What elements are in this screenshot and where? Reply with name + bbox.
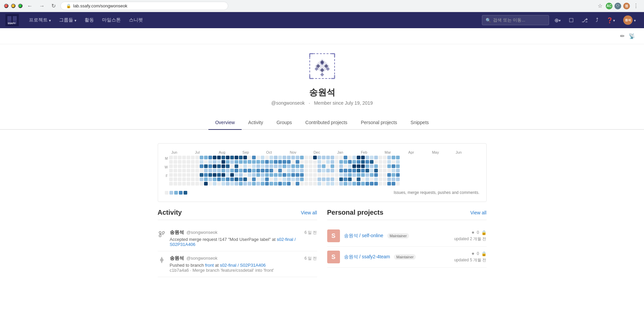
- heatmap-cell[interactable]: [300, 173, 304, 177]
- heatmap-cell[interactable]: [287, 182, 291, 186]
- heatmap-cell[interactable]: [208, 177, 212, 181]
- heatmap-cell[interactable]: [217, 173, 221, 177]
- heatmap-cell[interactable]: [230, 173, 234, 177]
- heatmap-cell[interactable]: [182, 182, 186, 186]
- heatmap-cell[interactable]: [387, 156, 391, 159]
- heatmap-cell[interactable]: [261, 182, 264, 186]
- heatmap-cell[interactable]: [213, 177, 216, 181]
- heatmap-cell[interactable]: [296, 173, 299, 177]
- heatmap-cell[interactable]: [291, 177, 295, 181]
- heatmap-cell[interactable]: [235, 182, 238, 186]
- heatmap-cell[interactable]: [208, 173, 212, 177]
- heatmap-cell[interactable]: [348, 169, 352, 172]
- heatmap-cell[interactable]: [200, 173, 203, 177]
- browser-forward[interactable]: →: [37, 2, 47, 10]
- heatmap-cell[interactable]: [174, 156, 177, 159]
- heatmap-cell[interactable]: [309, 164, 312, 168]
- heatmap-cell[interactable]: [352, 169, 356, 172]
- heatmap-cell[interactable]: [226, 182, 230, 186]
- heatmap-cell[interactable]: [252, 160, 256, 164]
- heatmap-cell[interactable]: [361, 164, 365, 168]
- heatmap-cell[interactable]: [317, 164, 321, 168]
- heatmap-cell[interactable]: [387, 169, 391, 172]
- heatmap-cell[interactable]: [296, 182, 299, 186]
- heatmap-cell[interactable]: [339, 182, 343, 186]
- site-logo[interactable]: SSAFY: [5, 14, 19, 26]
- heatmap-cell[interactable]: [370, 156, 374, 159]
- heatmap-cell[interactable]: [339, 164, 343, 168]
- heatmap-cell[interactable]: [361, 160, 365, 164]
- heatmap-cell[interactable]: [304, 182, 308, 186]
- heatmap-cell[interactable]: [387, 182, 391, 186]
- tab-personal-projects[interactable]: Personal projects: [354, 116, 404, 130]
- heatmap-cell[interactable]: [326, 182, 330, 186]
- heatmap-cell[interactable]: [221, 173, 225, 177]
- heatmap-cell[interactable]: [252, 173, 256, 177]
- heatmap-cell[interactable]: [265, 160, 269, 164]
- heatmap-cell[interactable]: [174, 164, 177, 168]
- heatmap-cell[interactable]: [396, 177, 400, 181]
- heatmap-cell[interactable]: [339, 160, 343, 164]
- heatmap-cell[interactable]: [300, 177, 304, 181]
- heatmap-cell[interactable]: [331, 160, 334, 164]
- heatmap-cell[interactable]: [352, 177, 356, 181]
- heatmap-cell[interactable]: [291, 169, 295, 172]
- tab-contributed-projects[interactable]: Contributed projects: [299, 116, 354, 130]
- heatmap-cell[interactable]: [204, 164, 208, 168]
- heatmap-cell[interactable]: [200, 160, 203, 164]
- heatmap-cell[interactable]: [283, 182, 286, 186]
- heatmap-cell[interactable]: [326, 173, 330, 177]
- heatmap-cell[interactable]: [265, 164, 269, 168]
- heatmap-cell[interactable]: [352, 173, 356, 177]
- heatmap-cell[interactable]: [283, 164, 286, 168]
- heatmap-cell[interactable]: [213, 156, 216, 159]
- heatmap-cell[interactable]: [269, 182, 273, 186]
- heatmap-cell[interactable]: [256, 160, 260, 164]
- heatmap-cell[interactable]: [348, 160, 352, 164]
- browser-extension-1[interactable]: AC: [606, 3, 612, 9]
- heatmap-cell[interactable]: [309, 182, 312, 186]
- heatmap-cell[interactable]: [287, 156, 291, 159]
- browser-menu[interactable]: ⋮: [632, 1, 640, 10]
- heatmap-cell[interactable]: [300, 164, 304, 168]
- heatmap-cell[interactable]: [309, 173, 312, 177]
- heatmap-cell[interactable]: [204, 182, 208, 186]
- heatmap-cell[interactable]: [239, 156, 243, 159]
- heatmap-cell[interactable]: [252, 164, 256, 168]
- heatmap-cell[interactable]: [248, 160, 251, 164]
- heatmap-cell[interactable]: [182, 156, 186, 159]
- heatmap-cell[interactable]: [322, 182, 326, 186]
- heatmap-cell[interactable]: [296, 177, 299, 181]
- heatmap-cell[interactable]: [344, 173, 347, 177]
- heatmap-cell[interactable]: [274, 177, 278, 181]
- heatmap-cell[interactable]: [261, 169, 264, 172]
- heatmap-cell[interactable]: [396, 156, 400, 159]
- nav-groups[interactable]: 그룹들: [56, 15, 80, 25]
- heatmap-cell[interactable]: [248, 164, 251, 168]
- heatmap-cell[interactable]: [187, 156, 190, 159]
- heatmap-cell[interactable]: [326, 177, 330, 181]
- heatmap-cell[interactable]: [265, 169, 269, 172]
- heatmap-cell[interactable]: [269, 177, 273, 181]
- heatmap-cell[interactable]: [348, 173, 352, 177]
- heatmap-cell[interactable]: [383, 173, 387, 177]
- heatmap-cell[interactable]: [374, 160, 378, 164]
- heatmap-cell[interactable]: [348, 164, 352, 168]
- heatmap-cell[interactable]: [200, 182, 203, 186]
- heatmap-cell[interactable]: [283, 169, 286, 172]
- heatmap-cell[interactable]: [339, 156, 343, 159]
- nav-snippets[interactable]: 스니펫: [126, 15, 146, 25]
- heatmap-cell[interactable]: [361, 182, 365, 186]
- heatmap-cell[interactable]: [396, 182, 400, 186]
- heatmap-cell[interactable]: [322, 173, 326, 177]
- heatmap-cell[interactable]: [317, 169, 321, 172]
- heatmap-cell[interactable]: [261, 160, 264, 164]
- heatmap-cell[interactable]: [300, 182, 304, 186]
- heatmap-cell[interactable]: [326, 156, 330, 159]
- heatmap-cell[interactable]: [274, 160, 278, 164]
- heatmap-cell[interactable]: [191, 156, 195, 159]
- heatmap-cell[interactable]: [344, 160, 347, 164]
- heatmap-cell[interactable]: [331, 177, 334, 181]
- heatmap-cell[interactable]: [278, 177, 282, 181]
- heatmap-cell[interactable]: [335, 182, 339, 186]
